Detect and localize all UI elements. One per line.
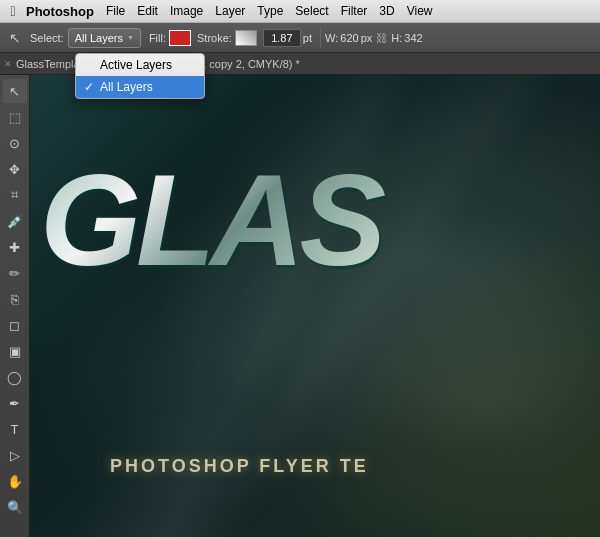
toolbar: ↖ Select: All Layers Fill: Stroke: pt W:… [0,23,600,53]
height-value: 342 [404,32,422,44]
stroke-preview[interactable] [235,30,257,46]
menu-3d[interactable]: 3D [373,0,400,23]
canvas-area: GLAS GLAS PHOTOSHOP FLYER TE [30,75,600,537]
fill-label: Fill: [149,32,166,44]
stroke-size-input[interactable] [263,29,301,47]
stroke-label: Stroke: [197,32,232,44]
tool-pen[interactable]: ✒ [3,391,27,415]
width-label: W: [325,32,338,44]
glas-main-text: GLAS [40,155,580,285]
tool-clone[interactable]: ⎘ [3,287,27,311]
menu-view[interactable]: View [401,0,439,23]
tool-brush[interactable]: ✏ [3,261,27,285]
tool-eraser[interactable]: ◻ [3,313,27,337]
menu-filter[interactable]: Filter [335,0,374,23]
link-icon: ⛓ [376,32,387,44]
select-label: Select: [30,32,64,44]
tool-move[interactable]: ↖ [3,79,27,103]
dropdown-item-active-layers[interactable]: Active Layers [76,54,204,76]
move-tool-icon: ↖ [4,27,26,49]
tool-shape[interactable]: ▷ [3,443,27,467]
tool-zoom[interactable]: 🔍 [3,495,27,519]
tool-type[interactable]: T [3,417,27,441]
menu-image[interactable]: Image [164,0,209,23]
apple-icon[interactable]:  [4,2,22,20]
tool-crop[interactable]: ⌗ [3,183,27,207]
toolbar-separator [320,28,321,48]
toolbar-wrapper: ↖ Select: All Layers Fill: Stroke: pt W:… [0,23,600,53]
tool-lasso[interactable]: ⊙ [3,131,27,155]
canvas-content: GLAS GLAS PHOTOSHOP FLYER TE [30,75,600,537]
stroke-unit: pt [303,32,312,44]
tools-panel: ↖ ⬚ ⊙ ✥ ⌗ 💉 ✚ ✏ ⎘ ◻ ▣ ◯ ✒ T ▷ ✋ 🔍 [0,75,30,537]
canvas-subtitle: PHOTOSHOP FLYER TE [110,456,369,477]
dropdown-item-all-layers[interactable]: ✓ All Layers [76,76,204,98]
layers-dropdown-menu: Active Layers ✓ All Layers [75,53,205,99]
menu-select[interactable]: Select [289,0,334,23]
menu-bar:  Photoshop File Edit Image Layer Type S… [0,0,600,23]
tool-heal[interactable]: ✚ [3,235,27,259]
tool-hand[interactable]: ✋ [3,469,27,493]
main-area: ↖ ⬚ ⊙ ✥ ⌗ 💉 ✚ ✏ ⎘ ◻ ▣ ◯ ✒ T ▷ ✋ 🔍 GLAS G… [0,75,600,537]
menu-edit[interactable]: Edit [131,0,164,23]
height-label: H: [391,32,402,44]
width-value: 620 [340,32,358,44]
tool-dodge[interactable]: ◯ [3,365,27,389]
tool-quick-select[interactable]: ✥ [3,157,27,181]
width-unit: px [361,32,373,44]
app-name: Photoshop [26,4,94,19]
tool-eyedropper[interactable]: 💉 [3,209,27,233]
tool-gradient[interactable]: ▣ [3,339,27,363]
menu-file[interactable]: File [100,0,131,23]
checkmark-icon: ✓ [84,80,94,94]
dropdown-menu-panel: Active Layers ✓ All Layers [75,53,205,99]
menu-type[interactable]: Type [251,0,289,23]
tool-rect-select[interactable]: ⬚ [3,105,27,129]
fill-color-swatch[interactable] [169,30,191,46]
layers-dropdown[interactable]: All Layers [68,28,141,48]
tab-close-button[interactable]: ✕ [4,59,12,69]
menu-layer[interactable]: Layer [209,0,251,23]
